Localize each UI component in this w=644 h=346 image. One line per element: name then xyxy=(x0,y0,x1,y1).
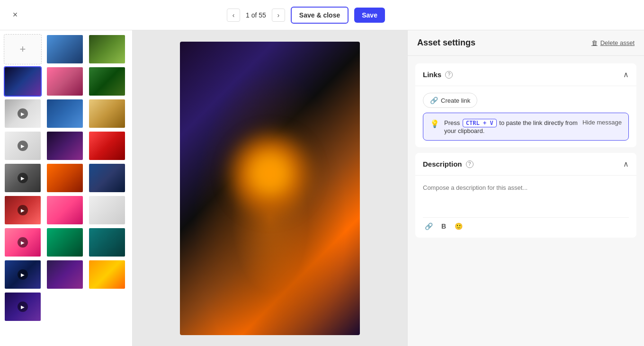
play-overlay-icon: ▶ xyxy=(18,108,28,119)
create-link-label: Create link xyxy=(441,97,470,104)
play-overlay-icon: ▶ xyxy=(18,302,28,312)
play-overlay-icon: ▶ xyxy=(18,173,28,183)
thumbnail-item[interactable] xyxy=(46,98,84,129)
panel-header: Asset settings 🗑 Delete asset xyxy=(408,30,644,56)
main-layout: + ▶▶▶▶▶▶▶ Asset settings 🗑 Delete asset xyxy=(0,30,644,346)
topbar-left: × xyxy=(8,8,23,23)
plus-icon: + xyxy=(20,43,26,55)
thumbnail-item[interactable] xyxy=(46,195,84,225)
thumbnail-color xyxy=(47,35,83,63)
emoji-format-button[interactable]: 🙂 xyxy=(453,222,465,231)
description-section-header[interactable]: Description ? ∧ xyxy=(415,153,636,176)
trash-icon: 🗑 xyxy=(591,39,598,46)
thumbnail-item[interactable] xyxy=(88,195,126,225)
thumbnail-color xyxy=(89,196,125,224)
thumbnail-color xyxy=(89,99,125,128)
links-section-body: 🔗 Create link 💡 Press CTRL + V to paste … xyxy=(415,86,636,147)
thumbnail-item[interactable]: ▶ xyxy=(4,292,42,322)
lightbulb-icon: 💡 xyxy=(430,119,439,128)
thumbnail-item[interactable]: ▶ xyxy=(4,259,42,290)
thumbnail-item[interactable] xyxy=(88,98,126,129)
panel-body: Links ? ∧ 🔗 Create link 💡 Press CTRL xyxy=(408,56,644,251)
thumbnail-item[interactable]: ▶ xyxy=(4,98,42,129)
asset-settings-panel: Asset settings 🗑 Delete asset Links ? ∧ xyxy=(407,30,644,346)
hint-text: Press CTRL + V to paste the link directl… xyxy=(444,119,578,134)
thumbnail-color xyxy=(47,196,83,224)
description-title-row: Description ? xyxy=(423,160,474,168)
description-toolbar: 🔗 B 🙂 xyxy=(423,217,629,231)
description-help-icon[interactable]: ? xyxy=(466,160,474,168)
prev-button[interactable]: ‹ xyxy=(227,9,240,22)
thumbnail-grid: + ▶▶▶▶▶▶▶ xyxy=(4,34,128,322)
play-overlay-icon: ▶ xyxy=(18,269,28,280)
thumbnail-color xyxy=(47,164,83,192)
thumbnail-color xyxy=(47,132,83,160)
play-overlay-icon: ▶ xyxy=(18,141,28,151)
delete-asset-button[interactable]: 🗑 Delete asset xyxy=(591,39,635,46)
close-button[interactable]: × xyxy=(8,8,23,23)
press-label: Press xyxy=(444,119,460,126)
thumbnail-item[interactable] xyxy=(46,131,84,161)
links-section-header[interactable]: Links ? ∧ xyxy=(415,63,636,86)
thumbnail-item[interactable] xyxy=(46,66,84,97)
panel-title: Asset settings xyxy=(417,38,475,48)
hide-message-link[interactable]: Hide message xyxy=(582,119,622,126)
thumbnail-color xyxy=(89,132,125,160)
thumbnail-item[interactable] xyxy=(88,66,126,97)
description-section: Description ? ∧ 🔗 B 🙂 xyxy=(415,153,636,238)
links-help-icon[interactable]: ? xyxy=(445,71,453,79)
play-overlay-icon: ▶ xyxy=(18,237,28,248)
thumbnail-color xyxy=(5,67,41,96)
thumbnail-item[interactable] xyxy=(46,227,84,257)
save-close-button[interactable]: Save & close xyxy=(291,7,349,24)
save-button[interactable]: Save xyxy=(354,8,385,23)
shortcut-kbd: CTRL + V xyxy=(463,119,497,127)
paste-hint-box: 💡 Press CTRL + V to paste the link direc… xyxy=(423,113,629,141)
thumbnail-item[interactable]: ▶ xyxy=(4,227,42,257)
play-overlay-icon: ▶ xyxy=(18,205,28,215)
link-icon: 🔗 xyxy=(430,97,438,104)
thumbnail-item[interactable] xyxy=(4,66,42,97)
page-count: 1 of 55 xyxy=(246,11,266,19)
thumbnail-item[interactable] xyxy=(88,227,126,257)
link-format-button[interactable]: 🔗 xyxy=(423,222,435,231)
thumbnail-item[interactable]: ▶ xyxy=(4,163,42,193)
thumbnail-color xyxy=(47,99,83,128)
links-section: Links ? ∧ 🔗 Create link 💡 Press CTRL xyxy=(415,63,636,147)
delete-label: Delete asset xyxy=(600,39,635,46)
thumbnail-item[interactable] xyxy=(88,259,126,290)
description-section-body: 🔗 B 🙂 xyxy=(415,176,636,238)
thumbnail-item[interactable] xyxy=(88,34,126,64)
links-section-title: Links xyxy=(423,71,441,79)
nebula-center xyxy=(223,126,317,221)
links-title-row: Links ? xyxy=(423,71,453,79)
thumbnail-color xyxy=(89,260,125,289)
topbar: × ‹ 1 of 55 › Save & close Save xyxy=(0,0,644,30)
thumbnail-item[interactable] xyxy=(46,259,84,290)
thumbnail-color xyxy=(89,67,125,96)
description-input[interactable] xyxy=(423,182,629,215)
thumbnail-color xyxy=(47,228,83,257)
add-thumbnail-button[interactable]: + xyxy=(4,34,42,64)
thumbnail-color xyxy=(89,164,125,192)
thumbnail-item[interactable] xyxy=(88,163,126,193)
thumbnail-item[interactable] xyxy=(46,163,84,193)
thumbnail-item[interactable] xyxy=(88,131,126,161)
thumbnail-color xyxy=(47,260,83,289)
bold-format-button[interactable]: B xyxy=(439,222,448,231)
sidebar: + ▶▶▶▶▶▶▶ xyxy=(0,30,133,346)
thumbnail-color xyxy=(47,67,83,96)
thumbnail-color xyxy=(89,228,125,257)
links-collapse-button[interactable]: ∧ xyxy=(623,70,629,79)
main-image xyxy=(180,42,360,335)
next-button[interactable]: › xyxy=(272,9,285,22)
thumbnail-item[interactable]: ▶ xyxy=(4,195,42,225)
description-section-title: Description xyxy=(423,160,462,168)
main-content-area xyxy=(133,30,407,346)
create-link-button[interactable]: 🔗 Create link xyxy=(423,93,477,108)
topbar-center: ‹ 1 of 55 › Save & close Save xyxy=(227,7,385,24)
thumbnail-item[interactable] xyxy=(46,34,84,64)
thumbnail-color xyxy=(89,35,125,63)
thumbnail-item[interactable]: ▶ xyxy=(4,131,42,161)
description-collapse-button[interactable]: ∧ xyxy=(623,160,629,169)
